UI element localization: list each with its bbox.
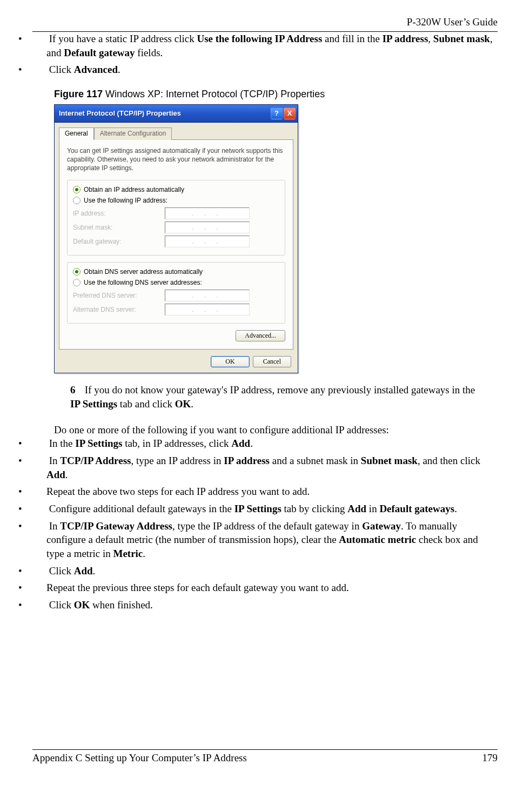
bold: Add	[231, 438, 250, 449]
text: , type the IP address of the default gat…	[172, 520, 362, 532]
dialog-description: You can get IP settings assigned automat…	[67, 146, 285, 173]
top-bullet-1: If you have a static IP address click Us…	[32, 32, 498, 59]
tab-general[interactable]: General	[59, 127, 94, 140]
bold: Use the following IP Address	[197, 33, 322, 44]
bold: OK	[74, 599, 90, 610]
footer-appendix: Appendix C Setting up Your Computer’s IP…	[32, 752, 247, 764]
text: Configure additional default gateways in…	[49, 503, 234, 514]
text: .	[93, 565, 96, 576]
bold: TCP/IP Address	[60, 455, 131, 466]
bold: Subnet mask	[361, 455, 418, 466]
bold: Subnet mask	[433, 33, 490, 44]
text: In	[49, 455, 61, 466]
help-icon[interactable]: ?	[271, 108, 283, 119]
radio-icon	[73, 186, 80, 193]
radio-obtain-ip[interactable]: Obtain an IP address automatically	[73, 186, 278, 193]
dialog-tabs: General Alternate Configuration	[59, 127, 293, 140]
text: tab, in IP addresses, click	[122, 438, 231, 449]
additional-ip-paragraph: Do one or more of the following if you w…	[54, 423, 476, 437]
bold: Add	[347, 503, 366, 514]
bold: IP Settings	[234, 503, 281, 514]
text: ,	[428, 33, 433, 44]
list-item: In TCP/IP Gateway Address, type the IP a…	[32, 519, 498, 561]
header-guide-title: P-320W User’s Guide	[32, 16, 498, 28]
step-number: 6	[70, 383, 82, 397]
bold: Automatic metric	[339, 534, 416, 545]
tab-alternate-configuration[interactable]: Alternate Configuration	[94, 127, 172, 140]
bold: Advanced	[74, 64, 118, 75]
figure-title: Windows XP: Internet Protocol (TCP/IP) P…	[103, 89, 325, 99]
text: tab and click	[117, 398, 175, 410]
text: when finished.	[90, 599, 153, 610]
text: in	[366, 503, 379, 514]
radio-label: Obtain DNS server address automatically	[84, 268, 203, 276]
dialog-titlebar[interactable]: Internet Protocol (TCP/IP) Properties ? …	[55, 105, 298, 123]
list-item: Click Add.	[32, 564, 498, 578]
list-item: Click OK when finished.	[32, 598, 498, 612]
field-ip-address: IP address: . . .	[73, 207, 278, 219]
dialog-footer: OK Cancel	[59, 350, 293, 367]
alternate-dns-input[interactable]: . . .	[165, 304, 250, 316]
ip-address-input[interactable]: . . .	[165, 207, 250, 219]
dialog-title: Internet Protocol (TCP/IP) Properties	[59, 109, 270, 117]
text: If you have a static IP address click	[49, 33, 197, 44]
dns-group: Obtain DNS server address automatically …	[67, 262, 285, 324]
radio-use-dns[interactable]: Use the following DNS server addresses:	[73, 279, 278, 286]
text: , type an IP address in	[131, 455, 224, 466]
advanced-button[interactable]: Advanced...	[236, 330, 285, 341]
text: Click	[49, 64, 74, 75]
cancel-button[interactable]: Cancel	[253, 356, 291, 367]
xp-dialog: Internet Protocol (TCP/IP) Properties ? …	[54, 104, 298, 374]
radio-obtain-dns[interactable]: Obtain DNS server address automatically	[73, 268, 278, 276]
ip-group: Obtain an IP address automatically Use t…	[67, 180, 285, 256]
bold: Default gateway	[64, 47, 135, 58]
radio-icon	[73, 268, 80, 276]
field-label: Subnet mask:	[73, 224, 165, 231]
bold: Gateway	[362, 520, 401, 532]
bold: Metric	[113, 548, 143, 559]
field-label: IP address:	[73, 210, 165, 217]
list-item: Configure additional default gateways in…	[32, 502, 498, 516]
field-label: Default gateway:	[73, 238, 165, 245]
page-footer: Appendix C Setting up Your Computer’s IP…	[32, 749, 498, 764]
radio-label: Use the following IP address:	[84, 197, 167, 204]
text: .	[65, 469, 68, 480]
list-item: Repeat the previous three steps for each…	[32, 581, 498, 595]
text: fields.	[135, 47, 163, 58]
bold: IP Settings	[75, 438, 122, 449]
bold: TCP/IP Gateway Address	[60, 520, 172, 532]
text: In	[49, 520, 61, 532]
text: If you do not know your gateway's IP add…	[85, 384, 475, 395]
list-item: In the IP Settings tab, in IP addresses,…	[32, 437, 498, 451]
step-6: 6 If you do not know your gateway's IP a…	[70, 383, 476, 411]
footer-page-number: 179	[482, 752, 498, 764]
radio-icon	[73, 197, 80, 204]
radio-use-ip[interactable]: Use the following IP address:	[73, 197, 278, 204]
figure-caption: Figure 117 Windows XP: Internet Protocol…	[54, 89, 498, 100]
text: In the	[49, 438, 76, 449]
text: , and then click	[418, 455, 480, 466]
close-icon[interactable]: X	[284, 108, 296, 119]
ok-button[interactable]: OK	[211, 356, 249, 367]
top-bullet-2: Click Advanced.	[32, 63, 498, 77]
text: Click	[49, 599, 74, 610]
text: .	[454, 503, 457, 514]
field-label: Preferred DNS server:	[73, 292, 165, 299]
default-gateway-input[interactable]: . . .	[165, 236, 250, 247]
subnet-mask-input[interactable]: . . .	[165, 222, 250, 233]
bold: Add	[74, 565, 93, 576]
text: Click	[49, 565, 74, 576]
preferred-dns-input[interactable]: . . .	[165, 290, 250, 301]
bold: IP Settings	[70, 398, 117, 410]
field-preferred-dns: Preferred DNS server: . . .	[73, 290, 278, 301]
bold: IP address	[224, 455, 270, 466]
dialog-panel: You can get IP settings assigned automat…	[59, 139, 293, 350]
text: tab by clicking	[281, 503, 347, 514]
text: and a subnet mask in	[270, 455, 361, 466]
radio-icon	[73, 279, 80, 286]
bold: Default gateways	[379, 503, 454, 514]
text: .	[191, 398, 193, 410]
list-item: In TCP/IP Address, type an IP address in…	[32, 454, 498, 481]
footer-rule	[32, 749, 498, 750]
top-bullet-list: If you have a static IP address click Us…	[32, 32, 498, 77]
